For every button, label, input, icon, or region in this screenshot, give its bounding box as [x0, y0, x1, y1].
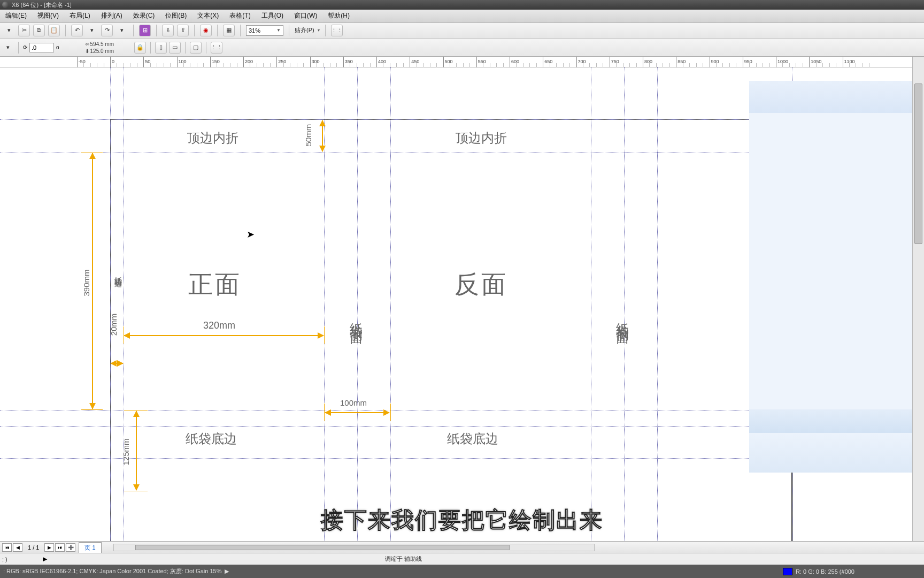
orientation-dropdown[interactable]: ▾	[2, 42, 14, 54]
menu-window[interactable]: 窗口(W)	[289, 11, 322, 20]
color-readout: R: 0 G: 0 B: 255 (#000	[783, 568, 854, 575]
dim-50mm	[322, 120, 323, 151]
page-prev[interactable]: ◀	[13, 543, 22, 552]
dim-320mm-label: 320mm	[203, 320, 235, 331]
color-profile-bar: : RGB: sRGB IEC61966-2.1; CMYK: Japan Co…	[0, 565, 924, 578]
degree-symbol: o	[56, 44, 59, 50]
page-last[interactable]: ⏭	[55, 543, 65, 552]
front-title: 正面	[188, 268, 242, 301]
page-add[interactable]: ➕	[66, 543, 75, 552]
h-scroll-thumb[interactable]	[135, 545, 510, 550]
undo-button[interactable]: ↶	[71, 25, 83, 36]
page-dimensions: ⬄594.5 mm ⬍125.0 mm	[85, 41, 114, 54]
import-button[interactable]: ⇩	[162, 25, 174, 36]
menu-layout[interactable]: 布局(L)	[64, 11, 96, 20]
dim-100mm-label: 100mm	[340, 398, 367, 407]
page-tab-bar: ⏮ ◀ 1 / 1 ▶ ⏭ ➕ 页 1	[0, 541, 924, 553]
page-tab-1[interactable]: 页 1	[79, 542, 101, 553]
bottom-label-1: 纸袋底边	[186, 430, 237, 447]
dim-320mm	[124, 335, 324, 336]
ruler-horizontal[interactable]: -500501001502002503003504004505005506006…	[0, 57, 912, 67]
top-fold-label-2: 顶边内折	[456, 130, 507, 147]
dim-20mm-label: 20mm	[109, 314, 118, 336]
options-button[interactable]: ⋮⋮	[331, 25, 343, 36]
lock-button[interactable]: 🔒	[134, 42, 146, 54]
menu-bar[interactable]: 编辑(E) 视图(V) 布局(L) 排列(A) 效果(C) 位图(B) 文本(X…	[0, 10, 924, 22]
dim-100mm	[325, 412, 389, 413]
cut-button[interactable]: ✂	[18, 25, 30, 36]
profile-chevron[interactable]: ▶	[225, 568, 229, 575]
menu-help[interactable]: 帮助(H)	[322, 11, 355, 20]
scrollbar-thumb[interactable]	[914, 83, 922, 244]
video-subtitle: 接下来我们要把它绘制出来	[321, 505, 603, 535]
fill-swatch[interactable]	[783, 568, 792, 575]
paste-button[interactable]: 📋	[48, 25, 60, 36]
side-label-2: 纸袋侧面	[614, 313, 631, 325]
status-hint: 调缩于 辅助线	[385, 555, 422, 563]
menu-tools[interactable]: 工具(O)	[256, 11, 289, 20]
title-text: X6 (64 位) - [未命名 -1]	[12, 0, 72, 10]
app-launcher-button[interactable]: ▦	[223, 25, 235, 36]
app-icon	[2, 2, 9, 8]
menu-table[interactable]: 表格(T)	[224, 11, 256, 20]
back-title: 反面	[455, 268, 508, 301]
export-button[interactable]: ⇧	[177, 25, 189, 36]
bottom-label-2: 纸袋底边	[447, 430, 498, 447]
rotate-icon: ⟳	[23, 44, 27, 50]
cursor-coord: ; )	[0, 556, 43, 562]
dim-20mm	[111, 363, 123, 364]
standard-toolbar: ▾ ✂ ⧉ 📋 ↶ ▾ ↷ ▾ ⊞ ⇩ ⇧ ◉ ▦ 31% ▼ 贴齐(P) ▾ …	[0, 22, 924, 39]
units-button[interactable]: ⋮⋮	[211, 42, 222, 54]
portrait-button[interactable]: ▯	[155, 42, 167, 54]
workspace: -500501001502002503003504004505005506006…	[0, 57, 924, 541]
dim-390mm	[92, 153, 93, 409]
dim-125mm-label: 125mm	[121, 438, 130, 465]
menu-bitmap[interactable]: 位图(B)	[160, 11, 192, 20]
menu-effects[interactable]: 效果(C)	[128, 11, 160, 20]
property-bar: ▾ ⟳ .0 o ⬄594.5 mm ⬍125.0 mm 🔒 ▯ ▭ ▢ ⋮⋮	[0, 39, 924, 57]
undo-menu[interactable]: ▾	[86, 25, 98, 36]
vertical-scrollbar[interactable]	[912, 57, 924, 541]
page-first[interactable]: ⏮	[2, 543, 12, 552]
glue-edge-label: 纸袋糊边	[113, 271, 123, 275]
publish-button[interactable]: ◉	[200, 25, 212, 36]
top-fold-label-1: 顶边内折	[187, 130, 238, 147]
dim-390mm-label: 390mm	[82, 269, 91, 296]
landscape-button[interactable]: ▭	[169, 42, 181, 54]
snap-chevron[interactable]: ▾	[318, 28, 320, 33]
status-bar: ; ) ▶ 调缩于 辅助线	[0, 553, 924, 565]
dim-50mm-label: 50mm	[304, 124, 313, 147]
menu-arrange[interactable]: 排列(A)	[96, 11, 128, 20]
redo-menu[interactable]: ▾	[116, 25, 128, 36]
page-width: 594.5 mm	[90, 41, 114, 47]
page-counter: 1 / 1	[24, 544, 43, 551]
menu-view[interactable]: 视图(V)	[32, 11, 64, 20]
cursor-icon: ➤	[247, 229, 255, 240]
rgb-readout: R: 0 G: 0 B: 255 (#000	[796, 568, 854, 575]
side-label-1: 纸袋侧面	[348, 313, 365, 325]
rotation-input[interactable]: .0	[29, 43, 54, 52]
chevron-down-icon: ▼	[276, 28, 281, 33]
snap-label[interactable]: 贴齐(P)	[295, 26, 314, 34]
color-profile-text: : RGB: sRGB IEC61966-2.1; CMYK: Japan Co…	[3, 567, 221, 575]
canvas[interactable]: 顶边内折 顶边内折 正面 反面 纸袋侧面 纸袋侧面 纸袋糊边 纸袋底边 纸袋底边…	[0, 67, 912, 541]
triangle-icon: ▶	[43, 556, 47, 562]
zoom-combo[interactable]: 31% ▼	[246, 25, 283, 36]
title-bar: X6 (64 位) - [未命名 -1]	[0, 0, 924, 10]
page-height: 125.0 mm	[90, 48, 114, 54]
page-next[interactable]: ▶	[44, 543, 54, 552]
horizontal-scrollbar[interactable]	[113, 544, 595, 551]
redo-button[interactable]: ↷	[101, 25, 113, 36]
page-button[interactable]: ▢	[190, 42, 202, 54]
copy-button[interactable]: ⧉	[33, 25, 45, 36]
search-button[interactable]: ⊞	[139, 25, 151, 36]
dropdown-icon[interactable]: ▾	[3, 25, 15, 36]
menu-text[interactable]: 文本(X)	[192, 11, 224, 20]
menu-edit[interactable]: 编辑(E)	[0, 11, 32, 20]
dim-125mm	[136, 411, 137, 490]
zoom-value: 31%	[249, 27, 260, 34]
